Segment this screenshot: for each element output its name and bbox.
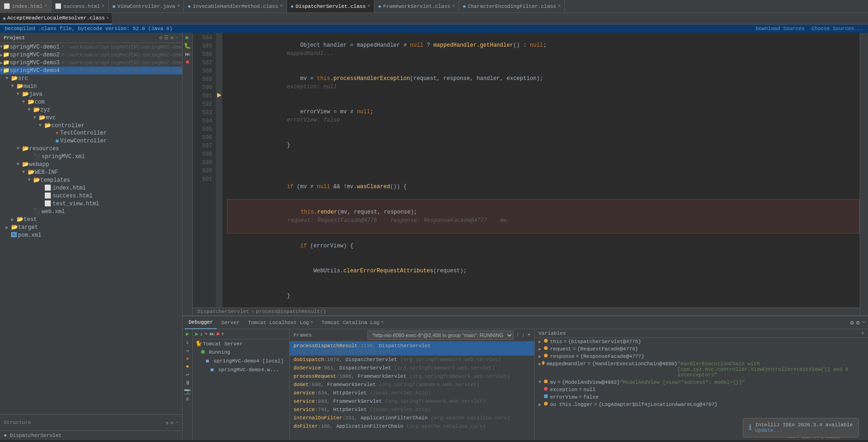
resume-icon[interactable]: ⏭ [185, 51, 190, 58]
tree-arrow[interactable]: ▼ [33, 115, 39, 120]
tab-accept-header-locale[interactable]: ◆ AcceptHeaderLocaleResolver.class × [0, 13, 112, 25]
tree-arrow[interactable]: ▶ [6, 225, 11, 230]
tree-item-testcontroller[interactable]: ● TestController [0, 129, 182, 137]
tab-tomcat-localhost[interactable]: Tomcat Localhost Log × [244, 316, 317, 329]
breadcrumb-dispatcher[interactable]: DispatcherServlet [197, 309, 249, 314]
settings-icon[interactable]: ⚙ [171, 35, 174, 41]
svc-item-tomcat[interactable]: 🐈 Tomcat Server [193, 339, 289, 348]
stop-icon[interactable]: ■ [186, 59, 189, 66]
tree-item-src[interactable]: ▼ 📂 src [0, 74, 182, 82]
tree-item-springmvc-demo4[interactable]: ▼ 📁 springMVC-demo4 F:\workspace\SpringM… [0, 67, 182, 74]
up-thread-btn[interactable]: ↑ [516, 332, 519, 338]
step-over-icon[interactable]: ⇒ [186, 347, 189, 354]
minimize-icon[interactable]: − [175, 420, 178, 426]
play-svc-btn[interactable]: ▶ [195, 331, 198, 338]
frame-item-4[interactable]: doGet:898, FrameworkServlet (org.springf… [290, 381, 534, 389]
tree-item-index-html[interactable]: ⬜ index.html [0, 184, 182, 192]
var-item-mv[interactable]: ▼ mv = {ModelAndView@4882} "ModelAndView… [535, 379, 868, 386]
orange-dot-icon[interactable]: ● [186, 363, 189, 370]
var-item-exception[interactable]: exception = null [535, 386, 868, 393]
frames-list[interactable]: processDispatchResult:1139, DispatcherSe… [290, 342, 534, 440]
tree-item-templates[interactable]: ▼ 📂 templates [0, 176, 182, 184]
run-icon[interactable]: ▶ [186, 34, 189, 41]
camera-icon[interactable]: 📷 [184, 388, 191, 395]
tree-item-main[interactable]: ▼ 📂 main [0, 82, 182, 90]
tree-item-web-xml[interactable]: ⬛ web.xml [0, 208, 182, 215]
config-icon[interactable]: ⚙ [171, 420, 174, 426]
tree-arrow[interactable]: ▶ [11, 217, 17, 222]
var-item-response[interactable]: ▶ response = {ResponseFacade@4777} [535, 353, 868, 360]
add-watch-btn[interactable]: + [861, 331, 864, 336]
project-tree[interactable]: ▼ 📁 springMVC-demo1 F:\workspace\SpringM… [0, 43, 182, 414]
var-expand-arrow[interactable]: ▶ [538, 354, 544, 359]
tab-close-btn[interactable]: × [106, 16, 109, 21]
code-editor[interactable]: Object handler = mappedHandler ≠ null ? … [222, 33, 860, 307]
choose-sources-link[interactable]: Choose Sources... [812, 26, 863, 31]
tab-close-btn[interactable]: × [310, 320, 313, 325]
frame-item-8[interactable]: internalDoFilter:231, ApplicationFilterC… [290, 414, 534, 422]
var-expand-arrow[interactable]: ▼ [538, 380, 544, 385]
step-svc-btn[interactable]: ⇓ [200, 331, 203, 338]
tree-arrow[interactable]: ▼ [28, 178, 33, 183]
tab-dispatcher-class[interactable]: ◆ DispatcherServlet.class × [287, 0, 374, 13]
tree-item-resources[interactable]: ▼ 📂 resources [0, 145, 182, 153]
tab-viewcontroller-java[interactable]: ◼ ViewController.java × [109, 0, 184, 13]
tree-arrow[interactable]: ▼ [17, 162, 22, 167]
svc-item-running[interactable]: Running [193, 348, 289, 356]
services-tree[interactable]: 🐈 Tomcat Server Running [193, 339, 289, 440]
tree-item-springmvc-demo2[interactable]: ▶ 📁 springMVC-demo2 F:\workspace\SpringM… [0, 51, 182, 59]
tab-close-btn[interactable]: × [558, 4, 561, 9]
var-item-errorview[interactable]: errorView = false [535, 393, 868, 401]
tab-close-btn[interactable]: × [102, 4, 104, 9]
tab-close-btn[interactable]: × [381, 320, 384, 325]
gear-icon[interactable]: ⚙ [159, 35, 162, 41]
tab-framework-class[interactable]: ◆ FrameworkServlet.class × [374, 0, 459, 13]
minimize-icon[interactable]: − [175, 35, 178, 41]
debug-icon[interactable]: 🐛 [184, 43, 191, 49]
svc-item-demo4-war[interactable]: ◼ springMVC-demo4.w... [193, 365, 289, 374]
tab-close-btn[interactable]: × [280, 4, 283, 9]
tree-item-springmvc-xml[interactable]: ⬛ springMVC.xml [0, 153, 182, 160]
tree-arrow[interactable]: ▼ [39, 123, 44, 128]
tab-index-html[interactable]: ⬜ index.html × [0, 0, 51, 13]
play-btn[interactable]: ▶ [186, 331, 189, 338]
add-frame-btn[interactable]: + [527, 332, 531, 338]
tree-arrow[interactable]: ▼ [22, 170, 28, 175]
down-thread-btn[interactable]: ↓ [522, 332, 525, 338]
minimize-icon[interactable]: − [862, 319, 866, 326]
pause-icon[interactable]: ⏸ [185, 380, 190, 387]
tab-debugger[interactable]: Debugger [185, 316, 217, 329]
tree-item-controller[interactable]: ▼ 📂 controller [0, 122, 182, 129]
layout-icon[interactable]: ☰ [164, 35, 169, 41]
var-item-request[interactable]: ▶ request = {RequestFacade@4776} [535, 345, 868, 353]
frame-item-7[interactable]: service:741, HttpServlet (javax.servlet.… [290, 405, 534, 414]
tree-item-zyz[interactable]: ▼ 📂 zyz [0, 106, 182, 114]
gear-icon[interactable]: ⚙ [856, 319, 860, 326]
red-dot-icon[interactable]: ● [186, 356, 189, 362]
evaluate-icon[interactable]: ≡ [186, 396, 189, 403]
step-over-btn[interactable]: ↷ [204, 331, 208, 338]
tree-item-target[interactable]: ▶ 📂 target [0, 223, 182, 231]
tree-arrow[interactable]: ▼ [17, 92, 22, 97]
var-expand-arrow[interactable]: ▶ [538, 339, 544, 344]
tree-item-webinf[interactable]: ▼ 📂 WEB-INF [0, 168, 182, 176]
settings-icon[interactable]: ⚙ [850, 319, 854, 326]
return-icon[interactable]: ↩ [186, 371, 189, 378]
var-item-mappedhandler[interactable]: ▶ mappedHandler = {HandlerExecutionChain… [535, 360, 868, 379]
tree-item-success-html[interactable]: ⬜ success.html [0, 192, 182, 200]
add-btn[interactable]: + [221, 331, 224, 338]
step-icon[interactable]: ⇓ [186, 339, 189, 346]
resume-btn[interactable]: ⏭ [209, 331, 215, 338]
tab-server[interactable]: Server [218, 316, 244, 329]
tree-item-pom-xml[interactable]: 🅼 pom.xml [0, 231, 182, 239]
frame-item-3[interactable]: processRequest:1006, FrameworkServlet (o… [290, 372, 534, 381]
tree-item-springmvc-demo1[interactable]: ▼ 📁 springMVC-demo1 F:\workspace\SpringM… [0, 43, 182, 51]
svc-item-demo4-local[interactable]: ◼ springMVC-demo4 [local] [193, 356, 289, 365]
frame-item-6[interactable]: service:883, FrameworkServlet (org.sprin… [290, 397, 534, 405]
frame-item-5[interactable]: service:634, HttpServlet (javax.servlet.… [290, 389, 534, 397]
var-expand-arrow[interactable]: ▶ [538, 361, 542, 367]
var-expand-arrow[interactable]: ▶ [538, 402, 544, 407]
var-expand-arrow[interactable]: ▶ [538, 346, 544, 352]
tree-item-springmvc-demo3[interactable]: ▶ 📁 springMVC-demo3 F:\workspace\SpringM… [0, 59, 182, 67]
tree-item-webapp[interactable]: ▼ 📂 webapp [0, 160, 182, 168]
